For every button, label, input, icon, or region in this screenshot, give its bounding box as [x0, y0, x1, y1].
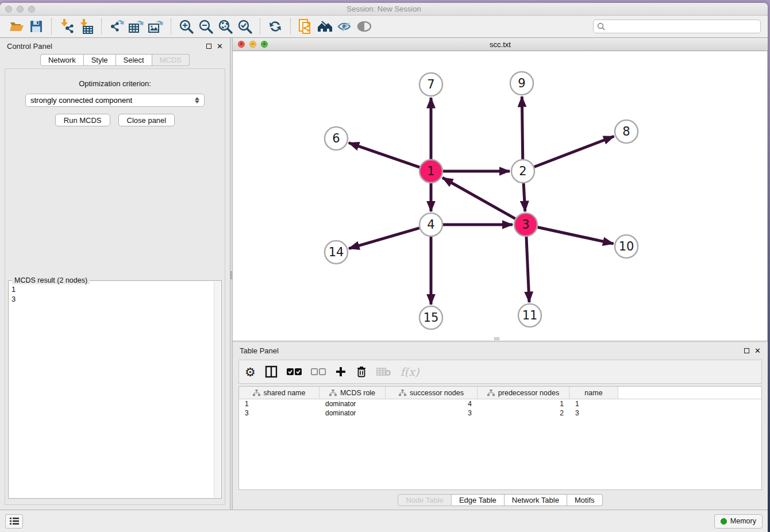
- svg-text:14: 14: [329, 245, 344, 259]
- export-image-icon[interactable]: [146, 18, 165, 35]
- network-graph[interactable]: 1234678910111415: [233, 51, 767, 341]
- export-network-icon[interactable]: [107, 18, 126, 35]
- run-mcds-button[interactable]: Run MCDS: [55, 114, 110, 126]
- close-panel-icon[interactable]: ✕: [217, 43, 223, 50]
- save-session-icon[interactable]: [26, 18, 46, 35]
- graph-node-3[interactable]: 3: [514, 213, 537, 236]
- table-cell[interactable]: 1: [569, 400, 618, 408]
- svg-text:15: 15: [424, 311, 439, 325]
- column-header-predecessor-nodes[interactable]: predecessor nodes: [478, 387, 569, 399]
- edge-3-10[interactable]: [538, 227, 614, 244]
- table-cell[interactable]: 3: [386, 409, 478, 417]
- import-network-icon[interactable]: [57, 18, 76, 35]
- table-cell[interactable]: 2: [478, 409, 569, 417]
- table-toolbar: ⚙: [238, 360, 762, 384]
- zoom-selected-icon[interactable]: [235, 18, 255, 35]
- table-row[interactable]: 1dominator411: [239, 399, 761, 408]
- edge-3-11[interactable]: [526, 237, 529, 302]
- graph-node-9[interactable]: 9: [510, 72, 533, 95]
- graph-node-6[interactable]: 6: [325, 127, 348, 150]
- float-table-panel-icon[interactable]: [744, 348, 749, 353]
- search-input[interactable]: [593, 20, 761, 33]
- edge-3-1[interactable]: [442, 178, 515, 218]
- optimization-select[interactable]: strongly connected component: [25, 94, 205, 107]
- task-history-icon[interactable]: [5, 514, 23, 529]
- deselect-all-icon[interactable]: [311, 363, 326, 380]
- delete-table-icon[interactable]: [356, 363, 367, 380]
- column-header-label: successor nodes: [410, 389, 464, 397]
- delete-column-icon[interactable]: [376, 363, 391, 380]
- zoom-in-icon[interactable]: [176, 18, 196, 35]
- import-table-icon[interactable]: [76, 18, 96, 35]
- memory-button[interactable]: Memory: [714, 514, 763, 529]
- graph-node-4[interactable]: 4: [419, 213, 442, 236]
- function-builder-icon[interactable]: f(x): [401, 363, 419, 380]
- main-toolbar: [0, 16, 768, 38]
- table-settings-icon[interactable]: ⚙: [245, 363, 256, 380]
- memory-label: Memory: [730, 517, 756, 525]
- zoom-fit-icon[interactable]: [215, 18, 235, 35]
- graph-node-11[interactable]: 11: [518, 304, 541, 327]
- select-all-icon[interactable]: [287, 363, 302, 380]
- edge-4-14[interactable]: [349, 228, 419, 249]
- toolbar-separator: [101, 18, 102, 34]
- graph-node-10[interactable]: 10: [615, 235, 638, 258]
- result-line: 1: [11, 284, 211, 294]
- table-cell[interactable]: 4: [386, 400, 478, 408]
- table-panel: Table Panel ✕ ⚙: [233, 342, 768, 510]
- edge-1-6[interactable]: [349, 143, 419, 168]
- tab-select[interactable]: Select: [116, 54, 152, 66]
- refresh-view-icon[interactable]: [265, 18, 285, 35]
- graph-node-7[interactable]: 7: [419, 73, 442, 96]
- graph-node-2[interactable]: 2: [511, 160, 534, 183]
- toolbar-separator: [51, 18, 52, 34]
- close-table-panel-icon[interactable]: ✕: [754, 347, 761, 354]
- add-column-icon[interactable]: [335, 363, 346, 380]
- column-header-name[interactable]: name: [569, 387, 618, 399]
- tab-style[interactable]: Style: [84, 54, 116, 66]
- node-table: shared nameMCDS rolesuccessor nodesprede…: [238, 386, 762, 490]
- clone-network-icon[interactable]: [296, 18, 315, 35]
- table-cell[interactable]: dominator: [319, 409, 386, 417]
- show-column-panel-icon[interactable]: [265, 363, 278, 380]
- zoom-out-icon[interactable]: [196, 18, 215, 35]
- tab-node-table[interactable]: Node Table: [398, 494, 452, 506]
- edge-2-9[interactable]: [522, 97, 522, 159]
- table-cell[interactable]: 3: [239, 409, 319, 417]
- svg-text:11: 11: [522, 309, 538, 322]
- graph-node-8[interactable]: 8: [615, 120, 638, 143]
- tab-motifs[interactable]: Motifs: [567, 494, 603, 506]
- svg-text:2: 2: [519, 164, 526, 178]
- table-cell[interactable]: dominator: [319, 400, 386, 408]
- float-panel-icon[interactable]: [206, 44, 211, 49]
- column-header-shared-name[interactable]: shared name: [239, 387, 319, 399]
- show-graphics-details-icon[interactable]: [355, 18, 374, 35]
- search-icon: [597, 22, 605, 30]
- column-header-MCDS-role[interactable]: MCDS role: [319, 387, 386, 399]
- table-cell[interactable]: 1: [239, 400, 319, 408]
- graph-node-14[interactable]: 14: [325, 241, 348, 264]
- first-neighbors-icon[interactable]: [315, 18, 335, 35]
- tab-edge-table[interactable]: Edge Table: [452, 494, 505, 506]
- open-session-icon[interactable]: [7, 18, 26, 35]
- edge-2-8[interactable]: [534, 136, 614, 167]
- table-cell[interactable]: 3: [569, 409, 618, 417]
- edge-2-3[interactable]: [523, 183, 525, 211]
- close-panel-button[interactable]: Close panel: [118, 114, 175, 126]
- network-canvas[interactable]: 1234678910111415: [233, 51, 768, 341]
- hide-selected-icon[interactable]: [335, 18, 355, 35]
- network-view-window: × − + scc.txt 1234678910111415: [233, 38, 768, 341]
- graph-node-1[interactable]: 1: [419, 160, 442, 183]
- table-cell[interactable]: 1: [478, 400, 569, 408]
- table-row[interactable]: 3dominator323: [239, 408, 761, 418]
- tab-network[interactable]: Network: [40, 54, 84, 66]
- column-header-successor-nodes[interactable]: successor nodes: [386, 387, 478, 399]
- tab-network-table[interactable]: Network Table: [505, 494, 567, 506]
- mcds-result-text[interactable]: 13: [9, 282, 214, 498]
- tab-mcds[interactable]: MCDS: [152, 54, 190, 66]
- graph-node-15[interactable]: 15: [419, 306, 442, 329]
- export-table-icon[interactable]: [126, 18, 146, 35]
- result-scrollbar[interactable]: [214, 282, 221, 498]
- search-field[interactable]: [607, 22, 757, 31]
- svg-text:1: 1: [427, 164, 434, 178]
